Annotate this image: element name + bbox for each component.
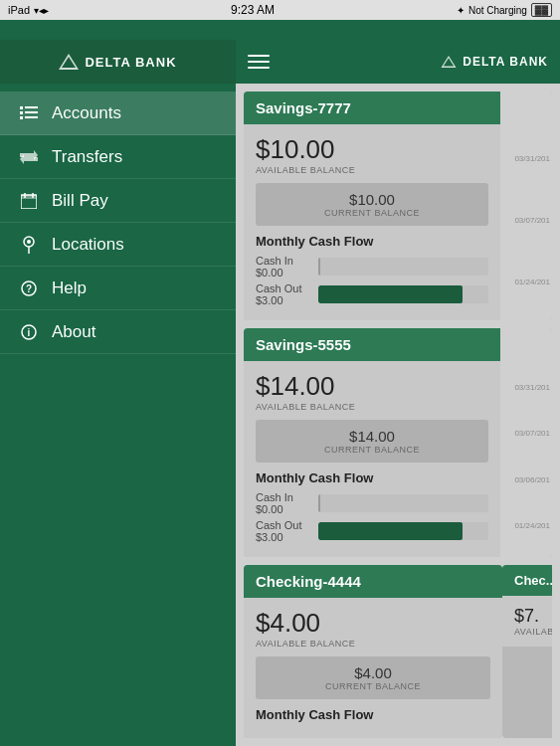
svg-rect-7 bbox=[21, 195, 37, 199]
current-label-savings-7777: CURRENT BALANCE bbox=[272, 208, 472, 218]
current-label-savings-5555: CURRENT BALANCE bbox=[272, 445, 472, 455]
date-4-savings-5555: 01/24/201 bbox=[502, 521, 550, 530]
main-area: DELTA BANK Savings-7777 $10.00 AVAILABLE… bbox=[236, 20, 560, 746]
date-3-savings-7777: 01/24/201 bbox=[502, 278, 550, 286]
cashin-bar-savings-5555 bbox=[318, 494, 488, 512]
sidebar-billpay-label: Bill Pay bbox=[52, 191, 218, 211]
calendar-icon bbox=[18, 193, 40, 209]
partial-amount: $7. bbox=[514, 606, 550, 627]
available-amount-savings-5555: $14.00 bbox=[256, 371, 488, 402]
sidebar-item-transfers[interactable]: Transfers bbox=[0, 135, 236, 179]
card-name-savings-7777: Savings-7777 bbox=[256, 99, 351, 116]
sidebar-brand-name: DELTA BANK bbox=[85, 55, 176, 70]
status-left: iPad ▾◂▸ bbox=[8, 4, 49, 16]
svg-rect-1 bbox=[25, 106, 38, 108]
transfer-icon bbox=[18, 150, 40, 164]
sidebar-transfers-label: Transfers bbox=[52, 147, 218, 167]
cashflow-title-savings-7777: Monthly Cash Flow bbox=[256, 234, 488, 249]
bluetooth-icon: ✦ bbox=[457, 5, 465, 16]
date-3-savings-5555: 03/06/201 bbox=[502, 475, 550, 484]
current-label-checking-4444: CURRENT BALANCE bbox=[272, 681, 474, 691]
cashflow-title-checking-4444: Monthly Cash Flow bbox=[256, 707, 490, 722]
sidebar-about-label: About bbox=[52, 322, 218, 342]
current-amount-savings-5555: $14.00 bbox=[272, 428, 472, 445]
sidebar-help-label: Help bbox=[52, 279, 218, 298]
account-card-checking-4444: Checking-4444 $4.00 AVAILABLE BALANCE $4… bbox=[244, 565, 502, 738]
topbar-brand-name: DELTA BANK bbox=[463, 55, 548, 69]
card-body-checking-4444: $4.00 AVAILABLE BALANCE $4.00 CURRENT BA… bbox=[244, 598, 502, 738]
ipad-label: iPad bbox=[8, 4, 30, 16]
sidebar-item-about[interactable]: i About bbox=[0, 310, 236, 354]
date-2-savings-7777: 03/07/201 bbox=[502, 216, 550, 225]
battery-icon: ▓▓ bbox=[531, 3, 552, 17]
cashout-fill-savings-7777 bbox=[318, 285, 463, 303]
available-balance-checking-4444: $4.00 AVAILABLE BALANCE bbox=[256, 608, 490, 649]
available-balance-savings-5555: $14.00 AVAILABLE BALANCE bbox=[256, 371, 488, 412]
cards-area[interactable]: Savings-7777 $10.00 AVAILABLE BALANCE $1… bbox=[236, 84, 560, 746]
card-body-savings-5555: $14.00 AVAILABLE BALANCE $14.00 CURRENT … bbox=[244, 361, 500, 557]
available-label-savings-5555: AVAILABLE BALANCE bbox=[256, 402, 488, 412]
svg-rect-2 bbox=[20, 111, 23, 114]
sidebar-item-accounts[interactable]: Accounts bbox=[0, 92, 236, 135]
account-card-savings-7777: Savings-7777 $10.00 AVAILABLE BALANCE $1… bbox=[244, 92, 552, 320]
date-1-savings-5555: 03/31/201 bbox=[502, 383, 550, 392]
cashin-bar-savings-7777 bbox=[318, 258, 488, 276]
svg-rect-4 bbox=[20, 116, 23, 119]
current-amount-savings-7777: $10.00 bbox=[272, 191, 472, 208]
hamburger-button[interactable] bbox=[248, 55, 270, 69]
cashout-label-savings-5555: Cash Out $3.00 bbox=[256, 519, 310, 543]
battery-label: Not Charging bbox=[468, 5, 527, 16]
cashin-row-savings-5555: Cash In $0.00 bbox=[256, 491, 488, 515]
svg-text:?: ? bbox=[26, 283, 32, 294]
topbar-logo: DELTA BANK bbox=[441, 55, 548, 69]
card-header-savings-7777: Savings-7777 bbox=[244, 92, 500, 124]
sidebar-logo: DELTA BANK bbox=[59, 54, 176, 70]
cashflow-savings-7777: Monthly Cash Flow Cash In $0.00 Cash Out… bbox=[256, 234, 488, 306]
pin-icon bbox=[18, 236, 40, 254]
cashflow-checking-4444: Monthly Cash Flow bbox=[256, 707, 490, 722]
card-header-savings-5555: Savings-5555 bbox=[244, 328, 500, 361]
sidebar-item-billpay[interactable]: Bill Pay bbox=[0, 179, 236, 223]
available-amount-savings-7777: $10.00 bbox=[256, 134, 488, 165]
available-label-checking-4444: AVAILABLE BALANCE bbox=[256, 639, 490, 649]
card-name-savings-5555: Savings-5555 bbox=[256, 336, 351, 353]
cashout-row-savings-5555: Cash Out $3.00 bbox=[256, 519, 488, 543]
dates-savings-7777: 03/31/201 03/07/201 01/24/201 bbox=[500, 92, 552, 320]
list-icon bbox=[18, 106, 40, 120]
sidebar-header: DELTA BANK bbox=[0, 40, 236, 84]
info-icon: i bbox=[18, 324, 40, 340]
svg-rect-0 bbox=[20, 106, 23, 109]
card-body-savings-7777: $10.00 AVAILABLE BALANCE $10.00 CURRENT … bbox=[244, 124, 500, 320]
sidebar: DELTA BANK Accounts Transfers bbox=[0, 20, 236, 746]
date-1-savings-7777: 03/31/201 bbox=[502, 154, 550, 163]
available-amount-checking-4444: $4.00 bbox=[256, 608, 490, 639]
cashout-bar-savings-7777 bbox=[318, 285, 488, 303]
sidebar-item-help[interactable]: ? Help bbox=[0, 267, 236, 310]
sidebar-item-locations[interactable]: Locations bbox=[0, 223, 236, 267]
current-balance-box-savings-7777: $10.00 CURRENT BALANCE bbox=[256, 183, 488, 226]
cashflow-savings-5555: Monthly Cash Flow Cash In $0.00 Cash Out… bbox=[256, 470, 488, 543]
checking-row: Checking-4444 $4.00 AVAILABLE BALANCE $4… bbox=[244, 565, 552, 746]
date-2-savings-5555: 03/07/201 bbox=[502, 429, 550, 438]
card-body-partial: $7. AVAILAB... bbox=[502, 596, 552, 647]
current-balance-box-savings-5555: $14.00 CURRENT BALANCE bbox=[256, 420, 488, 463]
sidebar-accounts-label: Accounts bbox=[52, 103, 218, 123]
cashin-fill-savings-5555 bbox=[318, 494, 320, 512]
card-header-checking-4444: Checking-4444 bbox=[244, 565, 502, 598]
help-icon: ? bbox=[18, 280, 40, 296]
cashin-label-savings-5555: Cash In $0.00 bbox=[256, 491, 310, 515]
sidebar-nav: Accounts Transfers Bill Pay Locations bbox=[0, 84, 236, 354]
delta-bank-logo-icon bbox=[59, 54, 79, 70]
hamburger-icon bbox=[248, 55, 270, 69]
account-card-partial: Chec... $7. AVAILAB... bbox=[502, 565, 552, 738]
current-amount-checking-4444: $4.00 bbox=[272, 664, 474, 681]
cashin-label-savings-7777: Cash In $0.00 bbox=[256, 255, 310, 279]
main-topbar: DELTA BANK bbox=[236, 20, 560, 84]
cashout-row-savings-7777: Cash Out $3.00 bbox=[256, 282, 488, 306]
cashflow-title-savings-5555: Monthly Cash Flow bbox=[256, 470, 488, 485]
cashin-row-savings-7777: Cash In $0.00 bbox=[256, 255, 488, 279]
card-name-checking-4444: Checking-4444 bbox=[256, 573, 361, 590]
status-bar: iPad ▾◂▸ 9:23 AM ✦ Not Charging ▓▓ bbox=[0, 0, 560, 20]
cashout-fill-savings-5555 bbox=[318, 522, 463, 540]
card-main-savings-7777: Savings-7777 $10.00 AVAILABLE BALANCE $1… bbox=[244, 92, 500, 320]
